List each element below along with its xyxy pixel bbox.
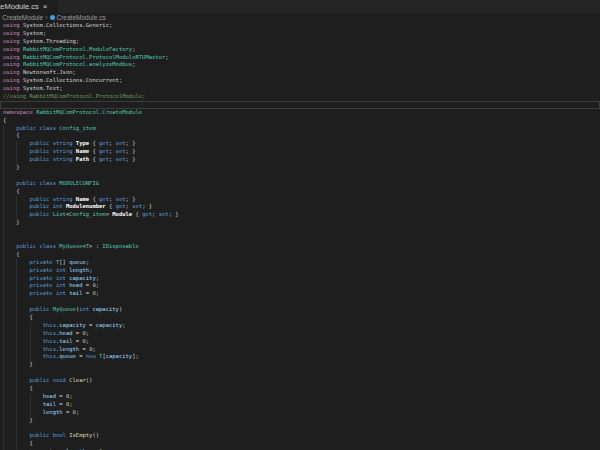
code-line[interactable] xyxy=(0,424,600,432)
code-line[interactable]: public string Path { get; set; } xyxy=(0,156,600,164)
code-line[interactable] xyxy=(0,369,600,377)
code-token: this xyxy=(43,322,56,328)
code-token: ; xyxy=(69,401,72,407)
code-token: public xyxy=(30,211,53,217)
code-token: private xyxy=(30,259,57,265)
code-line[interactable]: public string Type { get; set; } xyxy=(0,140,600,148)
code-line[interactable]: private int capacity; xyxy=(0,275,600,283)
code-token: using xyxy=(3,54,23,60)
code-line[interactable]: public class MyQueue<T> : IDisposable xyxy=(0,243,600,251)
code-token: { xyxy=(3,314,33,320)
code-line[interactable]: } xyxy=(0,219,600,227)
code-line[interactable]: public bool IsEmpty() xyxy=(0,432,600,440)
code-line[interactable]: head = 0; xyxy=(0,393,600,401)
code-line[interactable]: { xyxy=(0,251,600,259)
breadcrumb-item-folder[interactable]: CreateModule xyxy=(2,14,43,21)
code-token xyxy=(3,243,16,249)
code-line[interactable]: public class Config_item xyxy=(0,125,600,133)
code-line[interactable]: } xyxy=(0,417,600,425)
code-line[interactable]: using System.Collections.Generic; xyxy=(0,22,600,30)
code-token: ; xyxy=(109,140,116,146)
code-token: ; xyxy=(89,267,92,273)
code-token: ; xyxy=(86,338,89,344)
code-token: ; xyxy=(109,156,116,162)
code-line[interactable]: { xyxy=(0,132,600,140)
code-token: } xyxy=(3,417,33,423)
code-token xyxy=(3,322,43,328)
code-token xyxy=(3,393,43,399)
code-token: queue xyxy=(59,353,76,359)
code-line[interactable]: } xyxy=(0,164,600,172)
code-token: ; xyxy=(86,259,89,265)
code-line[interactable]: private T[] queue; xyxy=(0,259,600,267)
code-line[interactable]: using Newtonsoft.Json; xyxy=(0,69,600,77)
code-token: IDisposable xyxy=(102,243,138,249)
code-line[interactable]: this.capacity = capacity; xyxy=(0,322,600,330)
csharp-file-icon xyxy=(50,15,55,20)
code-token: public string xyxy=(30,156,76,162)
code-token: [] xyxy=(59,259,69,265)
code-token: this xyxy=(43,353,56,359)
code-line[interactable]: this.tail = 0; xyxy=(0,338,600,346)
code-line[interactable]: length = 0; xyxy=(0,409,600,417)
code-line[interactable]: this.queue = new T[capacity]; xyxy=(0,353,600,361)
code-line[interactable]: { xyxy=(0,314,600,322)
code-token: = xyxy=(56,393,66,399)
code-editor[interactable]: using System.Collections.Generic;using S… xyxy=(0,22,600,450)
code-line[interactable]: public List<Config_item> Module { get; s… xyxy=(0,211,600,219)
code-line[interactable]: private int tail = 0; xyxy=(0,290,600,298)
code-token xyxy=(3,211,30,217)
code-line[interactable]: { xyxy=(0,117,600,125)
code-line[interactable]: public class MODULECONFIG xyxy=(0,180,600,188)
tab-createmodule[interactable]: CreateModule.cs × xyxy=(0,0,58,13)
code-line[interactable]: { xyxy=(0,385,600,393)
code-token: public class xyxy=(16,125,59,131)
code-line[interactable]: using RabbitMQComProtocol.ModuleFactory; xyxy=(0,46,600,54)
code-line[interactable]: public MyQueue(int capacity) xyxy=(0,306,600,314)
code-line[interactable] xyxy=(0,227,600,235)
code-line[interactable]: private int head = 0; xyxy=(0,282,600,290)
code-line[interactable]: //using RabbitMQComProtocol.ProtocolModu… xyxy=(0,93,600,101)
breadcrumb-item-file[interactable]: CreateModule.cs xyxy=(57,14,106,21)
code-token: ) xyxy=(119,306,122,312)
code-line-current[interactable] xyxy=(0,101,600,109)
code-line[interactable]: using System.Threading; xyxy=(0,38,600,46)
code-token: ; xyxy=(122,322,125,328)
code-line[interactable]: using RabbitMQComProtocol.ProtocolModule… xyxy=(0,54,600,62)
code-token: IsEmpty xyxy=(69,432,92,438)
code-token: length xyxy=(59,346,79,352)
code-token: set xyxy=(116,148,126,154)
code-token: = xyxy=(76,353,86,359)
code-line[interactable]: } xyxy=(0,361,600,369)
code-line[interactable]: using System.Collections.Concurrent; xyxy=(0,77,600,85)
code-token: RabbitMQComProtocol.analyzeModbus xyxy=(23,61,132,67)
code-line[interactable]: { xyxy=(0,440,600,448)
code-line[interactable] xyxy=(0,298,600,306)
code-line[interactable]: using RabbitMQComProtocol.analyzeModbus; xyxy=(0,61,600,69)
code-line[interactable]: namespace RabbitMQComProtocol.CreateModu… xyxy=(0,109,600,117)
code-token: public class xyxy=(16,180,59,186)
code-line[interactable]: using System.Text; xyxy=(0,85,600,93)
code-line[interactable]: private int length; xyxy=(0,267,600,275)
code-token: ; xyxy=(109,196,116,202)
code-line[interactable]: this.length = 0; xyxy=(0,346,600,354)
code-token: Newtonsoft.Json; xyxy=(23,69,76,75)
code-line[interactable]: using System; xyxy=(0,30,600,38)
code-line[interactable]: public int Modulenumber { get; set; } xyxy=(0,203,600,211)
code-line[interactable]: public string Name { get; set; } xyxy=(0,196,600,204)
code-line[interactable] xyxy=(0,172,600,180)
close-icon[interactable]: × xyxy=(43,3,48,11)
code-token xyxy=(3,346,43,352)
code-token: Name xyxy=(76,196,89,202)
code-line[interactable]: this.head = 0; xyxy=(0,330,600,338)
code-token: Type xyxy=(76,140,89,146)
code-token: get xyxy=(99,156,109,162)
code-token: get xyxy=(142,211,152,217)
code-line[interactable]: public void Clear() xyxy=(0,377,600,385)
code-line[interactable]: public string Name { get; set; } xyxy=(0,148,600,156)
code-line[interactable] xyxy=(0,235,600,243)
code-line[interactable]: { xyxy=(0,188,600,196)
code-token: this xyxy=(43,330,56,336)
code-token: public string xyxy=(30,148,76,154)
code-line[interactable]: tail = 0; xyxy=(0,401,600,409)
